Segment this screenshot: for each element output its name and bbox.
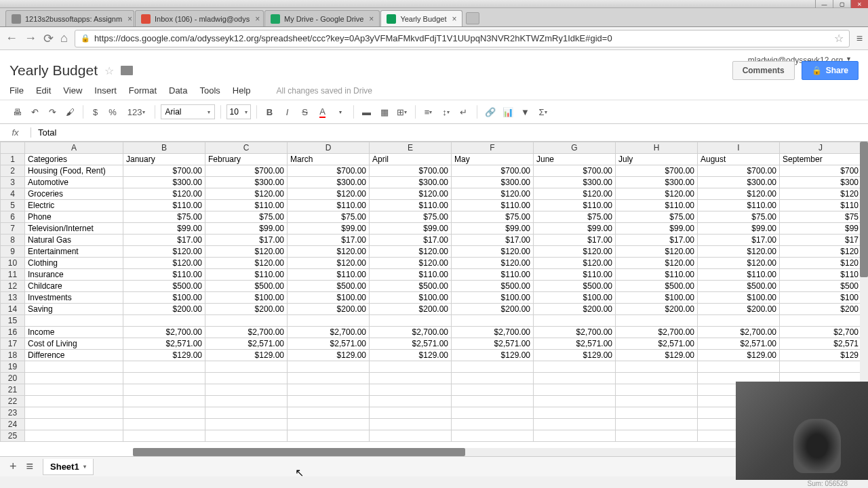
cell[interactable]: $200.00 bbox=[205, 304, 288, 315]
cell[interactable]: $120.00 bbox=[123, 246, 205, 258]
cell[interactable]: Television/Internet bbox=[25, 223, 123, 235]
cell[interactable] bbox=[25, 407, 123, 419]
share-button[interactable]: 🔒Share bbox=[802, 61, 859, 80]
cell[interactable]: $110.00 bbox=[534, 200, 616, 211]
cell[interactable]: $17.00 bbox=[205, 235, 288, 246]
cell[interactable]: $129.00 bbox=[534, 350, 616, 361]
insert-chart-icon[interactable]: 📊 bbox=[500, 104, 515, 119]
cell[interactable] bbox=[25, 361, 123, 373]
cell[interactable] bbox=[123, 396, 205, 407]
cell[interactable]: $2,700.00 bbox=[123, 327, 205, 338]
cell[interactable]: $75.00 bbox=[123, 211, 205, 223]
cell[interactable]: $200.00 bbox=[452, 304, 534, 315]
cell[interactable]: $110.00 bbox=[370, 269, 452, 281]
cell[interactable]: $2,700.00 bbox=[370, 327, 452, 338]
row-header[interactable]: 8 bbox=[1, 235, 25, 246]
cell[interactable]: $110.00 bbox=[616, 269, 698, 281]
cell[interactable]: January bbox=[123, 154, 205, 165]
browser-tab[interactable]: Inbox (106) - mladwig@odys× bbox=[135, 10, 264, 26]
cell[interactable]: $200.00 bbox=[616, 304, 698, 315]
column-header[interactable]: C bbox=[205, 142, 288, 154]
cell[interactable]: $200.00 bbox=[534, 304, 616, 315]
menu-view[interactable]: View bbox=[63, 85, 82, 96]
cell[interactable] bbox=[205, 315, 288, 327]
cell[interactable]: $120.00 bbox=[534, 246, 616, 258]
cell[interactable]: $129 bbox=[780, 350, 862, 361]
cell[interactable]: $75.00 bbox=[452, 211, 534, 223]
cell[interactable]: $110.00 bbox=[205, 269, 288, 281]
cell[interactable]: Housing (Food, Rent) bbox=[25, 165, 123, 177]
cell[interactable]: $120 bbox=[780, 246, 862, 258]
close-tab-icon[interactable]: × bbox=[369, 14, 374, 24]
redo-icon[interactable]: ↷ bbox=[45, 104, 60, 119]
cell[interactable]: February bbox=[205, 154, 288, 165]
cell[interactable]: $2,571.00 bbox=[698, 338, 780, 350]
cell[interactable]: June bbox=[534, 154, 616, 165]
home-button[interactable]: ⌂ bbox=[60, 31, 68, 45]
cell[interactable]: $500.00 bbox=[370, 281, 452, 292]
cell[interactable] bbox=[25, 384, 123, 396]
cell[interactable]: $17.00 bbox=[616, 235, 698, 246]
row-header[interactable]: 6 bbox=[1, 211, 25, 223]
cell[interactable] bbox=[205, 419, 288, 430]
window-close[interactable]: ✕ bbox=[850, 0, 868, 8]
cell[interactable]: $120.00 bbox=[452, 246, 534, 258]
cell[interactable]: $17.00 bbox=[698, 235, 780, 246]
cell[interactable]: $2,571.00 bbox=[288, 338, 370, 350]
cell[interactable]: $99.00 bbox=[534, 223, 616, 235]
menu-file[interactable]: File bbox=[9, 85, 24, 96]
cell[interactable] bbox=[616, 407, 698, 419]
cell[interactable]: $700.00 bbox=[205, 165, 288, 177]
cell[interactable]: $75.00 bbox=[698, 211, 780, 223]
cell[interactable]: $99.00 bbox=[205, 223, 288, 235]
cell[interactable]: $300.00 bbox=[616, 177, 698, 188]
cell[interactable]: Childcare bbox=[25, 281, 123, 292]
cell[interactable]: $120.00 bbox=[616, 258, 698, 269]
row-header[interactable]: 19 bbox=[1, 361, 25, 373]
scrollbar-thumb[interactable] bbox=[133, 448, 465, 456]
row-header[interactable]: 7 bbox=[1, 223, 25, 235]
row-header[interactable]: 20 bbox=[1, 373, 25, 384]
text-color-icon[interactable]: A bbox=[315, 104, 330, 119]
cell[interactable]: $300.00 bbox=[370, 177, 452, 188]
cell[interactable]: $110.00 bbox=[616, 200, 698, 211]
cell[interactable]: $110.00 bbox=[698, 200, 780, 211]
cell[interactable]: $120.00 bbox=[205, 188, 288, 200]
cell[interactable] bbox=[616, 361, 698, 373]
cell[interactable]: $110.00 bbox=[123, 200, 205, 211]
cell[interactable] bbox=[616, 396, 698, 407]
cell[interactable] bbox=[123, 407, 205, 419]
italic-icon[interactable]: I bbox=[280, 104, 295, 119]
scrollbar-thumb[interactable] bbox=[860, 142, 868, 277]
cell[interactable]: Phone bbox=[25, 211, 123, 223]
fill-color-icon[interactable]: ▬ bbox=[359, 104, 374, 119]
cell[interactable]: Categories bbox=[25, 154, 123, 165]
cell[interactable]: $129.00 bbox=[205, 350, 288, 361]
cell[interactable]: $120.00 bbox=[616, 188, 698, 200]
cell[interactable] bbox=[370, 396, 452, 407]
url-bar[interactable]: 🔒 https://docs.google.com/a/odysseyk12.o… bbox=[75, 30, 850, 47]
column-header[interactable]: E bbox=[370, 142, 452, 154]
cell[interactable]: $17.00 bbox=[288, 235, 370, 246]
row-header[interactable]: 15 bbox=[1, 315, 25, 327]
merge-cells-icon[interactable]: ⊞▾ bbox=[395, 104, 410, 119]
cell[interactable]: $100.00 bbox=[616, 292, 698, 304]
cell[interactable]: $17.00 bbox=[123, 235, 205, 246]
cell[interactable]: Clothing bbox=[25, 258, 123, 269]
cell[interactable] bbox=[370, 384, 452, 396]
cell[interactable] bbox=[123, 361, 205, 373]
font-selector[interactable]: Arial▾ bbox=[161, 104, 215, 119]
browser-tab[interactable]: My Drive - Google Drive× bbox=[264, 10, 380, 26]
column-header[interactable]: D bbox=[288, 142, 370, 154]
close-tab-icon[interactable]: × bbox=[127, 14, 132, 24]
cell[interactable]: $2,571.00 bbox=[616, 338, 698, 350]
add-sheet-button[interactable]: + bbox=[9, 460, 17, 474]
cell[interactable]: $120.00 bbox=[698, 188, 780, 200]
cell[interactable]: $129.00 bbox=[370, 350, 452, 361]
cell[interactable]: $129.00 bbox=[698, 350, 780, 361]
cell[interactable]: $110.00 bbox=[370, 200, 452, 211]
chevron-down-icon[interactable]: ▾ bbox=[333, 104, 348, 119]
cell[interactable]: $129.00 bbox=[288, 350, 370, 361]
cell[interactable]: $110.00 bbox=[698, 269, 780, 281]
cell[interactable]: $2,571.00 bbox=[370, 338, 452, 350]
